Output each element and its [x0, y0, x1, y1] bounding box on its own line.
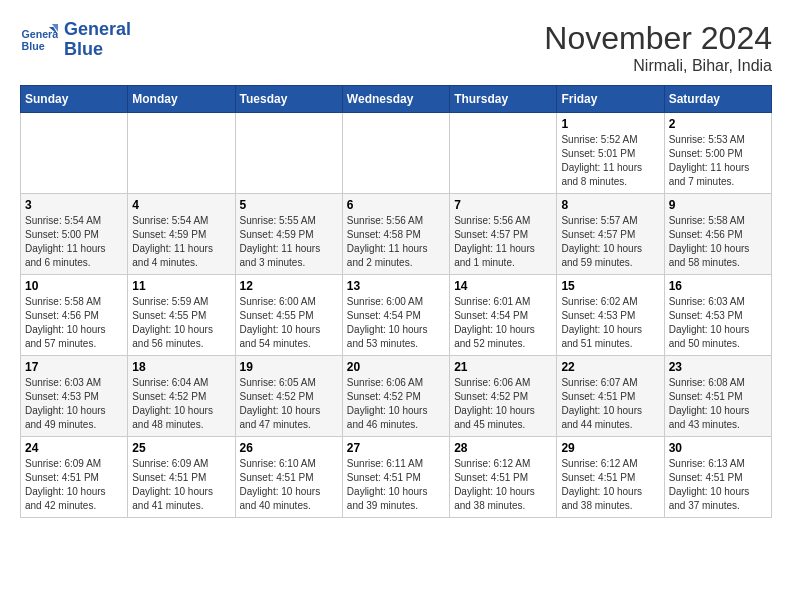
- title-area: November 2024 Nirmali, Bihar, India: [544, 20, 772, 75]
- calendar-cell: 5Sunrise: 5:55 AM Sunset: 4:59 PM Daylig…: [235, 194, 342, 275]
- calendar-cell: 19Sunrise: 6:05 AM Sunset: 4:52 PM Dayli…: [235, 356, 342, 437]
- weekday-header-thursday: Thursday: [450, 86, 557, 113]
- day-number: 20: [347, 360, 445, 374]
- day-number: 26: [240, 441, 338, 455]
- calendar-cell: 11Sunrise: 5:59 AM Sunset: 4:55 PM Dayli…: [128, 275, 235, 356]
- day-info: Sunrise: 5:56 AM Sunset: 4:57 PM Dayligh…: [454, 214, 552, 270]
- logo: General Blue General Blue: [20, 20, 131, 60]
- weekday-header-friday: Friday: [557, 86, 664, 113]
- day-info: Sunrise: 5:56 AM Sunset: 4:58 PM Dayligh…: [347, 214, 445, 270]
- calendar-cell: [235, 113, 342, 194]
- day-info: Sunrise: 6:01 AM Sunset: 4:54 PM Dayligh…: [454, 295, 552, 351]
- day-number: 28: [454, 441, 552, 455]
- day-info: Sunrise: 5:59 AM Sunset: 4:55 PM Dayligh…: [132, 295, 230, 351]
- calendar-header: SundayMondayTuesdayWednesdayThursdayFrid…: [21, 86, 772, 113]
- calendar-cell: 27Sunrise: 6:11 AM Sunset: 4:51 PM Dayli…: [342, 437, 449, 518]
- calendar-cell: 9Sunrise: 5:58 AM Sunset: 4:56 PM Daylig…: [664, 194, 771, 275]
- calendar-cell: 17Sunrise: 6:03 AM Sunset: 4:53 PM Dayli…: [21, 356, 128, 437]
- calendar-cell: 20Sunrise: 6:06 AM Sunset: 4:52 PM Dayli…: [342, 356, 449, 437]
- calendar-cell: 3Sunrise: 5:54 AM Sunset: 5:00 PM Daylig…: [21, 194, 128, 275]
- day-info: Sunrise: 6:10 AM Sunset: 4:51 PM Dayligh…: [240, 457, 338, 513]
- calendar-cell: 28Sunrise: 6:12 AM Sunset: 4:51 PM Dayli…: [450, 437, 557, 518]
- day-info: Sunrise: 5:54 AM Sunset: 5:00 PM Dayligh…: [25, 214, 123, 270]
- calendar-cell: 4Sunrise: 5:54 AM Sunset: 4:59 PM Daylig…: [128, 194, 235, 275]
- location-title: Nirmali, Bihar, India: [544, 57, 772, 75]
- day-info: Sunrise: 5:53 AM Sunset: 5:00 PM Dayligh…: [669, 133, 767, 189]
- calendar-cell: 29Sunrise: 6:12 AM Sunset: 4:51 PM Dayli…: [557, 437, 664, 518]
- day-info: Sunrise: 6:00 AM Sunset: 4:55 PM Dayligh…: [240, 295, 338, 351]
- calendar-cell: [128, 113, 235, 194]
- calendar-cell: [21, 113, 128, 194]
- day-number: 30: [669, 441, 767, 455]
- weekday-header-wednesday: Wednesday: [342, 86, 449, 113]
- day-info: Sunrise: 6:06 AM Sunset: 4:52 PM Dayligh…: [347, 376, 445, 432]
- calendar-cell: 30Sunrise: 6:13 AM Sunset: 4:51 PM Dayli…: [664, 437, 771, 518]
- day-info: Sunrise: 6:09 AM Sunset: 4:51 PM Dayligh…: [132, 457, 230, 513]
- day-number: 7: [454, 198, 552, 212]
- calendar-cell: [342, 113, 449, 194]
- day-number: 17: [25, 360, 123, 374]
- day-info: Sunrise: 6:11 AM Sunset: 4:51 PM Dayligh…: [347, 457, 445, 513]
- weekday-header-tuesday: Tuesday: [235, 86, 342, 113]
- day-info: Sunrise: 6:03 AM Sunset: 4:53 PM Dayligh…: [669, 295, 767, 351]
- week-row-2: 3Sunrise: 5:54 AM Sunset: 5:00 PM Daylig…: [21, 194, 772, 275]
- day-info: Sunrise: 5:58 AM Sunset: 4:56 PM Dayligh…: [669, 214, 767, 270]
- day-number: 21: [454, 360, 552, 374]
- calendar-cell: 1Sunrise: 5:52 AM Sunset: 5:01 PM Daylig…: [557, 113, 664, 194]
- day-number: 25: [132, 441, 230, 455]
- day-info: Sunrise: 6:02 AM Sunset: 4:53 PM Dayligh…: [561, 295, 659, 351]
- week-row-3: 10Sunrise: 5:58 AM Sunset: 4:56 PM Dayli…: [21, 275, 772, 356]
- day-number: 19: [240, 360, 338, 374]
- calendar-cell: 13Sunrise: 6:00 AM Sunset: 4:54 PM Dayli…: [342, 275, 449, 356]
- calendar-cell: [450, 113, 557, 194]
- day-number: 13: [347, 279, 445, 293]
- day-number: 16: [669, 279, 767, 293]
- weekday-header-monday: Monday: [128, 86, 235, 113]
- day-number: 15: [561, 279, 659, 293]
- calendar-cell: 15Sunrise: 6:02 AM Sunset: 4:53 PM Dayli…: [557, 275, 664, 356]
- day-info: Sunrise: 6:03 AM Sunset: 4:53 PM Dayligh…: [25, 376, 123, 432]
- calendar-cell: 2Sunrise: 5:53 AM Sunset: 5:00 PM Daylig…: [664, 113, 771, 194]
- calendar-cell: 22Sunrise: 6:07 AM Sunset: 4:51 PM Dayli…: [557, 356, 664, 437]
- day-info: Sunrise: 6:06 AM Sunset: 4:52 PM Dayligh…: [454, 376, 552, 432]
- day-info: Sunrise: 6:05 AM Sunset: 4:52 PM Dayligh…: [240, 376, 338, 432]
- day-number: 10: [25, 279, 123, 293]
- week-row-4: 17Sunrise: 6:03 AM Sunset: 4:53 PM Dayli…: [21, 356, 772, 437]
- day-number: 23: [669, 360, 767, 374]
- day-number: 4: [132, 198, 230, 212]
- day-number: 2: [669, 117, 767, 131]
- day-number: 24: [25, 441, 123, 455]
- day-number: 1: [561, 117, 659, 131]
- calendar-cell: 18Sunrise: 6:04 AM Sunset: 4:52 PM Dayli…: [128, 356, 235, 437]
- day-info: Sunrise: 6:12 AM Sunset: 4:51 PM Dayligh…: [454, 457, 552, 513]
- header: General Blue General Blue November 2024 …: [20, 20, 772, 75]
- day-number: 9: [669, 198, 767, 212]
- day-number: 22: [561, 360, 659, 374]
- week-row-1: 1Sunrise: 5:52 AM Sunset: 5:01 PM Daylig…: [21, 113, 772, 194]
- day-info: Sunrise: 5:54 AM Sunset: 4:59 PM Dayligh…: [132, 214, 230, 270]
- day-number: 11: [132, 279, 230, 293]
- weekday-header-saturday: Saturday: [664, 86, 771, 113]
- day-info: Sunrise: 5:58 AM Sunset: 4:56 PM Dayligh…: [25, 295, 123, 351]
- day-info: Sunrise: 6:08 AM Sunset: 4:51 PM Dayligh…: [669, 376, 767, 432]
- calendar-cell: 12Sunrise: 6:00 AM Sunset: 4:55 PM Dayli…: [235, 275, 342, 356]
- calendar-cell: 23Sunrise: 6:08 AM Sunset: 4:51 PM Dayli…: [664, 356, 771, 437]
- calendar-cell: 16Sunrise: 6:03 AM Sunset: 4:53 PM Dayli…: [664, 275, 771, 356]
- calendar-cell: 25Sunrise: 6:09 AM Sunset: 4:51 PM Dayli…: [128, 437, 235, 518]
- weekday-header-sunday: Sunday: [21, 86, 128, 113]
- day-number: 27: [347, 441, 445, 455]
- logo-text: General Blue: [64, 20, 131, 60]
- calendar-body: 1Sunrise: 5:52 AM Sunset: 5:01 PM Daylig…: [21, 113, 772, 518]
- day-number: 12: [240, 279, 338, 293]
- day-info: Sunrise: 6:12 AM Sunset: 4:51 PM Dayligh…: [561, 457, 659, 513]
- calendar-cell: 24Sunrise: 6:09 AM Sunset: 4:51 PM Dayli…: [21, 437, 128, 518]
- day-info: Sunrise: 5:52 AM Sunset: 5:01 PM Dayligh…: [561, 133, 659, 189]
- logo-icon: General Blue: [20, 21, 58, 59]
- day-number: 8: [561, 198, 659, 212]
- svg-text:Blue: Blue: [22, 40, 45, 52]
- day-info: Sunrise: 6:13 AM Sunset: 4:51 PM Dayligh…: [669, 457, 767, 513]
- day-info: Sunrise: 5:57 AM Sunset: 4:57 PM Dayligh…: [561, 214, 659, 270]
- day-info: Sunrise: 6:04 AM Sunset: 4:52 PM Dayligh…: [132, 376, 230, 432]
- day-number: 3: [25, 198, 123, 212]
- day-info: Sunrise: 6:07 AM Sunset: 4:51 PM Dayligh…: [561, 376, 659, 432]
